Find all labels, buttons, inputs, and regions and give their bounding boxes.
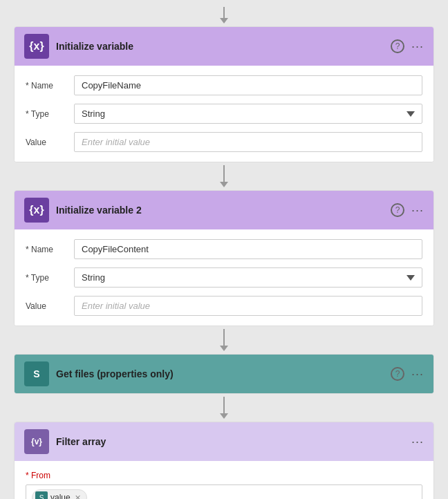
card2-header: {x} Initialize variable 2 ? ··· (15, 191, 433, 229)
connector-2 (220, 329, 228, 351)
card2-name-row: * Name (26, 239, 422, 259)
card1-help-icon[interactable]: ? (391, 39, 404, 53)
from-label: * From (26, 471, 422, 480)
card3-title: Get files (properties only) (56, 368, 391, 379)
connector-3 (220, 397, 228, 419)
card1-icon: {x} (24, 34, 49, 59)
filter-array-card: {v} Filter array ··· * From S value ✕ (14, 422, 434, 499)
card2-icon: {x} (24, 198, 49, 223)
connector-line-2 (223, 329, 225, 346)
connector-line (223, 7, 225, 18)
from-chip-icon: S (35, 491, 48, 499)
card2-type-row: * Type String (26, 267, 422, 288)
card2-value-row: Value (26, 296, 422, 316)
card3-icon: S (24, 361, 49, 386)
connector-arrow (220, 18, 228, 23)
card2-type-select[interactable]: String (74, 267, 422, 288)
card2-body: * Name * Type String Value (15, 229, 433, 326)
card4-body: * From S value ✕ S File name with ... ✕ (15, 461, 433, 499)
from-chip[interactable]: S value ✕ (32, 489, 87, 499)
card2-type-label: * Type (26, 273, 74, 283)
card1-type-select[interactable]: String (74, 104, 422, 124)
card2-title: Initialize variable 2 (56, 205, 391, 216)
card3-icon-text: S (33, 368, 39, 379)
card1-title: Initialize variable (56, 41, 391, 52)
from-section: * From S value ✕ (26, 471, 422, 499)
card1-value-row: Value (26, 132, 422, 152)
from-chip-label: value (50, 493, 71, 499)
card1-name-input[interactable] (74, 75, 422, 95)
card2-actions: ? ··· (391, 203, 424, 218)
connector-line-1 (223, 165, 225, 182)
card4-more-icon[interactable]: ··· (411, 435, 424, 449)
card1-type-label: * Type (26, 109, 74, 119)
card1-header: {x} Initialize variable ? ··· (15, 27, 433, 66)
card1-name-label: * Name (26, 81, 74, 91)
connector-1 (220, 165, 228, 187)
card1-more-icon[interactable]: ··· (411, 39, 424, 54)
initialize-variable-2-card: {x} Initialize variable 2 ? ··· * Name *… (14, 190, 434, 326)
get-files-card: S Get files (properties only) ? ··· (14, 354, 434, 394)
card2-more-icon[interactable]: ··· (411, 203, 424, 218)
from-chip-icon-text: S (39, 494, 44, 500)
card2-name-label: * Name (26, 245, 74, 254)
card4-icon-text: {v} (31, 437, 42, 446)
card2-name-input[interactable] (74, 239, 422, 259)
card4-actions: ··· (411, 435, 424, 449)
card1-actions: ? ··· (391, 39, 424, 54)
card1-icon-text: {x} (29, 40, 44, 53)
top-connector (220, 7, 228, 23)
from-chip-close[interactable]: ✕ (75, 493, 81, 500)
card1-value-label: Value (26, 138, 74, 147)
connector-arrow-1 (220, 182, 228, 187)
card3-header: S Get files (properties only) ? ··· (15, 355, 433, 393)
connector-arrow-3 (220, 413, 228, 419)
card2-value-input[interactable] (74, 296, 422, 316)
initialize-variable-card: {x} Initialize variable ? ··· * Name * T… (14, 26, 434, 162)
card1-body: * Name * Type String Value (15, 66, 433, 162)
card3-actions: ? ··· (391, 367, 424, 382)
card4-header: {v} Filter array ··· (15, 422, 433, 461)
from-chip-row[interactable]: S value ✕ (26, 484, 422, 499)
card4-title: Filter array (56, 436, 411, 447)
card2-icon-text: {x} (29, 204, 44, 216)
card4-icon: {v} (24, 429, 49, 454)
card2-help-icon[interactable]: ? (391, 203, 404, 217)
connector-arrow-2 (220, 346, 228, 351)
card3-more-icon[interactable]: ··· (411, 367, 424, 382)
card1-name-row: * Name (26, 75, 422, 95)
card3-help-icon[interactable]: ? (391, 367, 404, 381)
card1-type-row: * Type String (26, 104, 422, 124)
connector-line-3 (223, 397, 225, 413)
card1-value-input[interactable] (74, 132, 422, 152)
card2-value-label: Value (26, 301, 74, 311)
